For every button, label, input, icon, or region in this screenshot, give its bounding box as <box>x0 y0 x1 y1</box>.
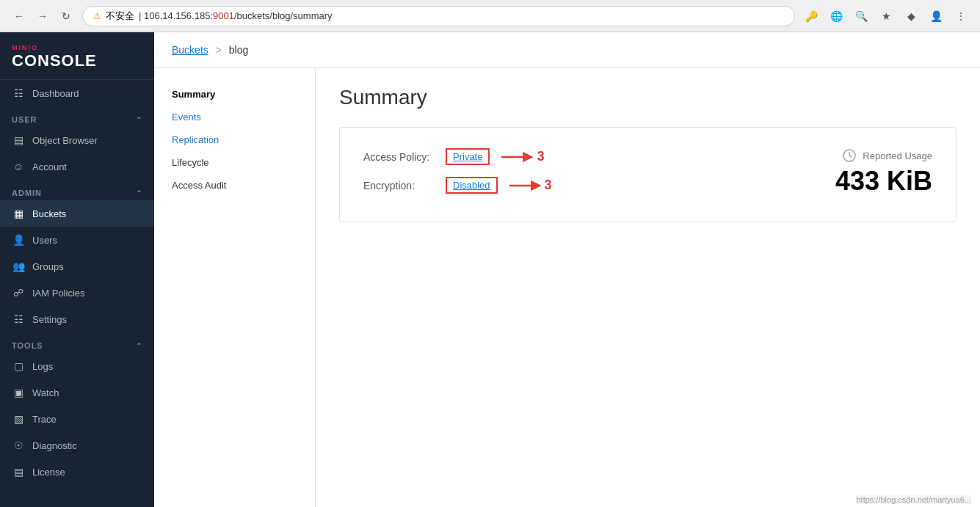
breadcrumb: Buckets > blog <box>172 44 962 56</box>
logo-console: CONSOLE <box>12 51 142 70</box>
access-policy-annotation: 3 <box>498 149 544 164</box>
reported-usage-label: Reported Usage <box>842 148 932 163</box>
sidebar-settings-label: Settings <box>32 314 67 325</box>
profile-icon-button[interactable]: 👤 <box>926 6 946 26</box>
sidebar-users-label: Users <box>32 235 57 246</box>
sidebar-item-iam-policies[interactable]: ☍ IAM Policies <box>0 280 154 306</box>
encryption-value[interactable]: Disabled <box>446 177 498 194</box>
sidebar-account-label: Account <box>32 161 67 172</box>
svg-line-6 <box>849 156 852 157</box>
nav-item-lifecycle[interactable]: Lifecycle <box>154 151 315 174</box>
menu-icon-button[interactable]: ⋮ <box>951 6 971 26</box>
content-area: Summary Events Replication Lifecycle Acc… <box>154 68 980 507</box>
breadcrumb-separator: > <box>216 44 222 56</box>
usage-section: Reported Usage 433 KiB <box>835 148 932 197</box>
content-nav: Summary Events Replication Lifecycle Acc… <box>154 68 316 507</box>
red-arrow-1 <box>498 150 534 164</box>
license-icon: ▤ <box>12 466 25 478</box>
sidebar-logs-label: Logs <box>32 361 53 372</box>
security-label: 不安全 <box>106 10 134 23</box>
policy-section: Access Policy: Private <box>363 148 552 194</box>
logo-mini: MIN|O <box>12 44 142 51</box>
sidebar-item-buckets[interactable]: ▦ Buckets <box>0 200 154 227</box>
browser-actions: 🔑 🌐 🔍 ★ ◆ 👤 ⋮ <box>801 6 971 26</box>
logs-icon: ▢ <box>12 360 25 372</box>
watch-icon: ▣ <box>12 387 25 398</box>
search-icon-button[interactable]: 🔍 <box>851 6 871 26</box>
sidebar-section-admin: ADMIN ⌃ <box>0 180 154 200</box>
dashboard-icon: ☷ <box>12 87 25 99</box>
users-icon: 👤 <box>12 234 25 246</box>
extension-icon-button[interactable]: ◆ <box>901 6 921 26</box>
encryption-label: Encryption: <box>363 180 437 192</box>
annotation-num-2: 3 <box>545 178 552 193</box>
sidebar-item-license[interactable]: ▤ License <box>0 459 154 485</box>
sidebar-item-trace[interactable]: ▧ Trace <box>0 406 154 432</box>
sidebar-section-user: USER ⌃ <box>0 106 154 127</box>
sidebar-item-object-browser[interactable]: ▤ Object Browser <box>0 127 154 153</box>
bookmark-icon-button[interactable]: ★ <box>876 6 896 26</box>
sidebar-iam-policies-label: IAM Policies <box>32 288 85 299</box>
sidebar-logo: MIN|O CONSOLE <box>0 32 154 80</box>
main-content: Buckets > blog Summary Events Replicatio… <box>154 32 980 507</box>
app-container: MIN|O CONSOLE ☷ Dashboard USER ⌃ ▤ Objec… <box>0 32 980 507</box>
iam-policies-icon: ☍ <box>12 287 25 299</box>
red-arrow-2 <box>507 178 542 193</box>
address-text: | 106.14.156.185:9001/buckets/blog/summa… <box>139 10 333 21</box>
sidebar-watch-label: Watch <box>32 387 59 398</box>
breadcrumb-current: blog <box>229 44 248 56</box>
back-button[interactable]: ← <box>9 6 29 26</box>
footer-url: https://blog.csdn.net/martyua6... <box>856 495 971 504</box>
encryption-row: Encryption: Disabled <box>363 177 552 194</box>
nav-item-summary[interactable]: Summary <box>154 83 315 106</box>
access-policy-label: Access Policy: <box>363 151 437 163</box>
sidebar-item-groups[interactable]: 👥 Groups <box>0 253 154 280</box>
sidebar-item-watch[interactable]: ▣ Watch <box>0 379 154 406</box>
sidebar: MIN|O CONSOLE ☷ Dashboard USER ⌃ ▤ Objec… <box>0 32 154 507</box>
account-icon: ☺ <box>12 161 25 172</box>
page-content: Summary Access Policy: Private <box>316 68 980 507</box>
trace-icon: ▧ <box>12 413 25 425</box>
key-icon-button[interactable]: 🔑 <box>801 6 821 26</box>
nav-item-replication[interactable]: Replication <box>154 128 315 151</box>
sidebar-object-browser-label: Object Browser <box>32 135 98 146</box>
warning-icon: ⚠ <box>93 11 101 21</box>
groups-icon: 👥 <box>12 260 25 272</box>
translate-icon-button[interactable]: 🌐 <box>826 6 846 26</box>
sidebar-license-label: License <box>32 467 65 478</box>
sidebar-buckets-label: Buckets <box>32 208 66 219</box>
user-section-arrow: ⌃ <box>136 116 142 124</box>
encryption-annotation: 3 <box>507 178 552 193</box>
main-header: Buckets > blog <box>154 32 980 68</box>
breadcrumb-root[interactable]: Buckets <box>172 44 208 56</box>
sidebar-item-dashboard[interactable]: ☷ Dashboard <box>0 80 154 106</box>
diagnostic-icon: ☉ <box>12 439 25 451</box>
forward-button[interactable]: → <box>32 6 53 26</box>
tools-section-arrow: ⌃ <box>136 342 142 350</box>
sidebar-item-settings[interactable]: ☷ Settings <box>0 306 154 332</box>
sidebar-dashboard-label: Dashboard <box>32 88 79 99</box>
sidebar-section-tools: TOOLS ⌃ <box>0 332 154 353</box>
browser-nav-buttons: ← → ↻ <box>9 6 76 26</box>
browser-chrome: ← → ↻ ⚠ 不安全 | 106.14.156.185:9001/bucket… <box>0 0 980 32</box>
object-browser-icon: ▤ <box>12 134 25 146</box>
annotation-num-1: 3 <box>537 149 544 164</box>
nav-item-events[interactable]: Events <box>154 106 315 128</box>
usage-value: 433 KiB <box>835 166 932 197</box>
page-title: Summary <box>339 86 957 109</box>
sidebar-trace-label: Trace <box>32 414 57 425</box>
admin-section-arrow: ⌃ <box>136 189 142 197</box>
access-policy-row: Access Policy: Private <box>363 148 552 165</box>
sidebar-item-account[interactable]: ☺ Account <box>0 153 154 180</box>
sidebar-item-logs[interactable]: ▢ Logs <box>0 353 154 379</box>
sidebar-item-diagnostic[interactable]: ☉ Diagnostic <box>0 432 154 459</box>
address-bar[interactable]: ⚠ 不安全 | 106.14.156.185:9001/buckets/blog… <box>82 6 795 26</box>
nav-item-access-audit[interactable]: Access Audit <box>154 174 315 197</box>
sidebar-diagnostic-label: Diagnostic <box>32 440 77 451</box>
summary-card: Access Policy: Private <box>339 127 957 222</box>
access-policy-value[interactable]: Private <box>446 148 490 165</box>
buckets-icon: ▦ <box>12 208 25 219</box>
sidebar-item-users[interactable]: 👤 Users <box>0 227 154 253</box>
sidebar-groups-label: Groups <box>32 261 64 272</box>
refresh-button[interactable]: ↻ <box>56 6 76 26</box>
